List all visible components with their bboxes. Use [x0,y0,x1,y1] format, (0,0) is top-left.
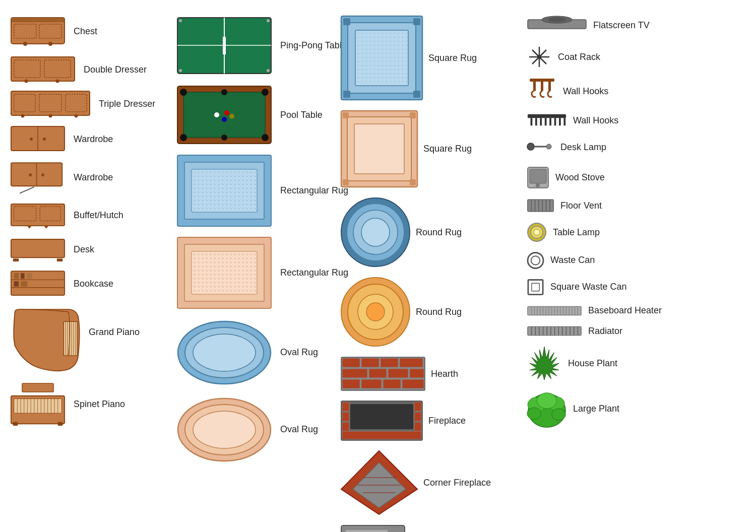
house-plant-label: House Plant [568,358,617,369]
svg-rect-134 [369,369,387,378]
svg-rect-149 [342,431,421,439]
svg-point-80 [180,134,187,141]
svg-rect-176 [531,118,533,125]
svg-rect-140 [402,379,424,388]
svg-rect-137 [342,379,360,388]
svg-rect-67 [58,422,63,426]
radiator-item: Radiator [527,325,622,337]
svg-rect-174 [530,79,554,82]
desk-icon [10,238,66,261]
svg-rect-39 [21,273,25,279]
corner-fireplace-icon [340,450,418,515]
bookcase-item: Bookcase [10,270,113,298]
oval-rug1-item: Oval Rug [176,318,318,386]
spinet-piano-item: Spinet Piano [10,381,125,427]
floor-vent-icon [527,198,554,213]
svg-rect-142 [350,404,413,429]
wall-hooks1-item: Wall Hooks [527,79,608,104]
svg-rect-77 [183,92,265,138]
corner-fireplace-item: Corner Fireplace [340,450,491,515]
svg-point-186 [546,144,551,149]
svg-point-242 [552,409,565,420]
wood-stove-item: Wood Stove [527,166,605,189]
television-item: Television [340,524,451,532]
svg-rect-129 [342,358,360,367]
chest-icon [10,15,66,48]
wood-stove-label: Wood Stove [555,172,605,183]
large-plant-item: Large Plant [527,390,619,428]
svg-rect-139 [383,379,401,388]
svg-rect-107 [343,18,350,25]
svg-rect-148 [414,422,421,431]
svg-point-79 [262,89,269,96]
svg-rect-146 [414,402,421,411]
coat-rack-label: Coat Rack [558,52,600,62]
oval-rug1-label: Oval Rug [280,347,318,358]
table-lamp-icon [527,222,547,242]
square-rug1-label: Square Rug [428,53,477,63]
fireplace-item: Fireplace [340,401,466,441]
svg-rect-203 [532,283,540,291]
svg-point-74 [179,69,182,72]
svg-rect-133 [342,369,367,378]
house-plant-item: House Plant [527,346,617,381]
svg-rect-50 [22,383,53,392]
svg-point-24 [29,173,32,176]
svg-point-84 [214,112,219,117]
svg-point-21 [43,138,46,141]
bookcase-icon [10,270,66,298]
wardrobe1-item: Wardrobe [10,125,113,153]
square-rug2-icon [340,110,418,188]
svg-rect-1 [11,18,65,22]
triple-dresser-icon [10,91,91,116]
spinet-piano-icon [10,381,66,427]
wardrobe1-icon [10,125,66,153]
svg-point-201 [531,256,540,265]
wardrobe2-label: Wardrobe [74,172,113,183]
svg-point-85 [224,110,229,115]
waste-can-item: Waste Can [527,251,595,269]
svg-point-81 [262,134,269,141]
large-plant-label: Large Plant [573,404,619,414]
svg-point-184 [527,143,534,150]
oval-rug2-icon [176,395,272,463]
desk-item: Desk [10,238,94,261]
chest-label: Chest [74,26,97,37]
desk-lamp-item: Desk Lamp [527,137,606,157]
waste-can-label: Waste Can [550,255,595,265]
baseboard-item: Baseboard Heater [527,305,662,316]
svg-point-73 [267,19,270,22]
flatscreen-label: Flatscreen TV [593,20,650,31]
svg-rect-145 [342,422,349,431]
hearth-icon [340,356,426,391]
svg-rect-41 [14,281,19,287]
svg-rect-138 [361,379,382,388]
triple-dresser-label: Triple Dresser [99,99,155,109]
radiator-icon [527,325,582,337]
oval-rug2-label: Oval Rug [280,424,318,435]
round-rug1-label: Round Rug [416,227,462,238]
desk-lamp-label: Desk Lamp [560,142,606,153]
svg-rect-112 [355,30,408,86]
svg-rect-118 [343,179,349,185]
svg-marker-236 [530,347,559,380]
svg-rect-119 [410,179,416,185]
svg-point-87 [222,117,227,122]
svg-rect-109 [343,91,350,98]
wood-stove-icon [527,166,549,189]
svg-point-9 [25,79,28,83]
svg-rect-33 [13,258,19,261]
svg-rect-35 [11,271,65,295]
svg-point-123 [361,218,390,246]
bookcase-label: Bookcase [74,279,113,289]
chest-item: Chest [10,15,97,48]
television-icon [340,524,406,532]
desk-lamp-icon [527,137,554,157]
svg-rect-130 [361,358,379,367]
svg-rect-66 [13,422,18,426]
svg-rect-147 [414,412,421,421]
double-dresser-label: Double Dresser [84,64,147,75]
rect-rug2-item: Rectangular Rug [176,236,348,309]
wardrobe2-item: Wardrobe [10,162,113,192]
svg-rect-110 [413,91,420,98]
